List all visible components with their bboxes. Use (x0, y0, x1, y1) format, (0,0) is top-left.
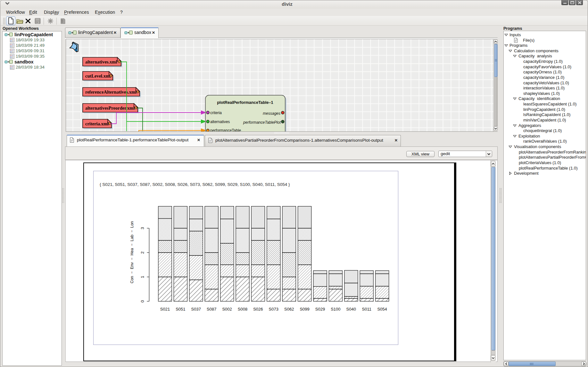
svg-text:1: 1 (140, 276, 145, 278)
svg-text:S062: S062 (284, 307, 294, 312)
svg-text:S087: S087 (207, 307, 216, 312)
svg-text:plotRealPerformanceTable–1: plotRealPerformanceTable–1 (217, 100, 273, 105)
svg-text:S051: S051 (176, 307, 185, 312)
svg-text:referenceAlternatives.xml: referenceAlternatives.xml (85, 89, 137, 95)
svg-text:Con − Env − Hea − Lab −: Con − Env − Hea − Lab − Lon (130, 221, 134, 283)
svg-text:S073: S073 (269, 307, 278, 312)
svg-text:criteria: criteria (210, 111, 222, 115)
svg-text:messages: messages (263, 111, 280, 116)
svg-text:alternatives: alternatives (210, 120, 230, 124)
svg-text:performanceTable: performanceTable (210, 128, 241, 131)
svg-text:S021: S021 (160, 307, 170, 312)
svg-text:S029: S029 (315, 307, 325, 312)
svg-text:0: 0 (140, 300, 145, 302)
svg-text:3: 3 (140, 227, 145, 229)
svg-text:S040: S040 (346, 307, 356, 312)
svg-text:S099: S099 (300, 307, 309, 312)
svg-text:alternatives.xml: alternatives.xml (85, 59, 117, 64)
svg-text:criteria.xml: criteria.xml (85, 121, 109, 126)
svg-text:alternativesPreorder.xml: alternativesPreorder.xml (85, 105, 135, 111)
svg-text:performanceTablePlot: performanceTablePlot (243, 120, 281, 125)
svg-text:S100: S100 (331, 307, 340, 312)
svg-text:cutLevel.xml: cutLevel.xml (85, 73, 111, 79)
svg-text:S011: S011 (362, 307, 371, 312)
svg-text:S037: S037 (191, 307, 201, 312)
svg-text:S008: S008 (238, 307, 247, 312)
svg-text:2: 2 (140, 251, 145, 254)
svg-text:{ S021, S051, S037, S087, S002: { S021, S051, S037, S087, S002, S008, S0… (100, 182, 290, 187)
svg-text:S026: S026 (253, 307, 263, 312)
svg-text:S054: S054 (377, 307, 387, 312)
svg-text:S002: S002 (222, 307, 232, 312)
